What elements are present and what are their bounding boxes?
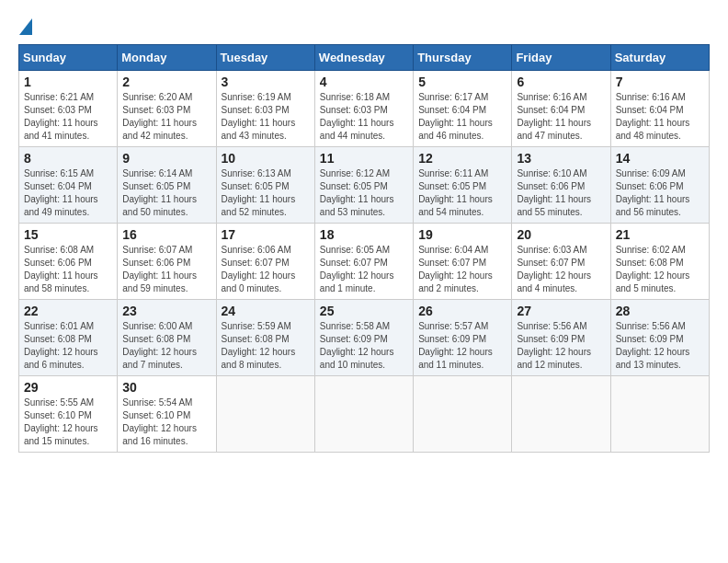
calendar-day-cell: 18Sunrise: 6:05 AM Sunset: 6:07 PM Dayli… [314, 224, 413, 300]
day-number: 11 [320, 151, 408, 166]
day-number: 29 [24, 380, 112, 395]
logo [18, 18, 32, 35]
day-info: Sunrise: 6:02 AM Sunset: 6:08 PM Dayligh… [616, 244, 704, 295]
day-info: Sunrise: 6:13 AM Sunset: 6:05 PM Dayligh… [222, 167, 310, 219]
page-header [18, 18, 710, 35]
day-info: Sunrise: 6:19 AM Sunset: 6:03 PM Dayligh… [222, 91, 310, 143]
calendar-day-cell: 30Sunrise: 5:54 AM Sunset: 6:10 PM Dayli… [118, 376, 216, 453]
day-number: 24 [222, 304, 310, 318]
day-number: 28 [616, 304, 704, 318]
day-info: Sunrise: 6:05 AM Sunset: 6:07 PM Dayligh… [320, 244, 408, 295]
calendar-day-cell: 28Sunrise: 5:56 AM Sunset: 6:09 PM Dayli… [610, 300, 709, 376]
calendar-week-row: 22Sunrise: 6:01 AM Sunset: 6:08 PM Dayli… [19, 300, 710, 376]
calendar-dow-saturday: Saturday [610, 45, 709, 71]
calendar-day-cell: 9Sunrise: 6:14 AM Sunset: 6:05 PM Daylig… [118, 147, 216, 224]
day-info: Sunrise: 6:16 AM Sunset: 6:04 PM Dayligh… [616, 91, 704, 143]
day-info: Sunrise: 5:56 AM Sunset: 6:09 PM Dayligh… [517, 320, 605, 372]
calendar-day-cell: 20Sunrise: 6:03 AM Sunset: 6:07 PM Dayli… [512, 224, 610, 300]
day-number: 16 [122, 227, 210, 242]
day-number: 27 [517, 304, 605, 318]
calendar-day-cell: 22Sunrise: 6:01 AM Sunset: 6:08 PM Dayli… [19, 300, 118, 376]
day-number: 7 [616, 75, 704, 89]
calendar-week-row: 1Sunrise: 6:21 AM Sunset: 6:03 PM Daylig… [19, 71, 710, 147]
day-info: Sunrise: 5:59 AM Sunset: 6:08 PM Dayligh… [222, 320, 310, 372]
logo-triangle-icon [19, 18, 32, 35]
calendar-day-cell: 6Sunrise: 6:16 AM Sunset: 6:04 PM Daylig… [512, 71, 610, 147]
day-info: Sunrise: 6:08 AM Sunset: 6:06 PM Dayligh… [24, 244, 112, 295]
calendar-day-cell: 23Sunrise: 6:00 AM Sunset: 6:08 PM Dayli… [118, 300, 216, 376]
calendar-day-cell: 14Sunrise: 6:09 AM Sunset: 6:06 PM Dayli… [610, 147, 709, 224]
calendar-day-cell: 27Sunrise: 5:56 AM Sunset: 6:09 PM Dayli… [512, 300, 610, 376]
calendar-day-cell [512, 376, 610, 453]
calendar-day-cell: 7Sunrise: 6:16 AM Sunset: 6:04 PM Daylig… [610, 71, 709, 147]
day-number: 6 [517, 75, 605, 89]
calendar-day-cell: 21Sunrise: 6:02 AM Sunset: 6:08 PM Dayli… [610, 224, 709, 300]
calendar-day-cell: 11Sunrise: 6:12 AM Sunset: 6:05 PM Dayli… [314, 147, 413, 224]
day-info: Sunrise: 6:03 AM Sunset: 6:07 PM Dayligh… [517, 244, 605, 295]
day-number: 12 [418, 151, 506, 166]
calendar-day-cell: 5Sunrise: 6:17 AM Sunset: 6:04 PM Daylig… [414, 71, 512, 147]
day-number: 22 [24, 304, 112, 318]
calendar-day-cell: 24Sunrise: 5:59 AM Sunset: 6:08 PM Dayli… [216, 300, 314, 376]
calendar-dow-thursday: Thursday [414, 45, 512, 71]
day-info: Sunrise: 6:20 AM Sunset: 6:03 PM Dayligh… [122, 91, 210, 143]
day-number: 8 [24, 151, 112, 166]
day-number: 19 [418, 227, 506, 242]
day-info: Sunrise: 6:06 AM Sunset: 6:07 PM Dayligh… [222, 244, 310, 295]
day-number: 9 [122, 151, 210, 166]
day-info: Sunrise: 5:55 AM Sunset: 6:10 PM Dayligh… [24, 396, 112, 448]
day-number: 25 [320, 304, 408, 318]
calendar-week-row: 29Sunrise: 5:55 AM Sunset: 6:10 PM Dayli… [19, 376, 710, 453]
day-number: 18 [320, 227, 408, 242]
calendar-day-cell: 10Sunrise: 6:13 AM Sunset: 6:05 PM Dayli… [216, 147, 314, 224]
day-info: Sunrise: 6:00 AM Sunset: 6:08 PM Dayligh… [122, 320, 210, 372]
day-info: Sunrise: 5:58 AM Sunset: 6:09 PM Dayligh… [320, 320, 408, 372]
day-info: Sunrise: 6:07 AM Sunset: 6:06 PM Dayligh… [122, 244, 210, 295]
calendar-day-cell: 12Sunrise: 6:11 AM Sunset: 6:05 PM Dayli… [414, 147, 512, 224]
calendar-table: SundayMondayTuesdayWednesdayThursdayFrid… [18, 44, 710, 453]
calendar-day-cell [216, 376, 314, 453]
day-info: Sunrise: 6:18 AM Sunset: 6:03 PM Dayligh… [320, 91, 408, 143]
day-number: 10 [222, 151, 310, 166]
day-info: Sunrise: 6:12 AM Sunset: 6:05 PM Dayligh… [320, 167, 408, 219]
day-number: 21 [616, 227, 704, 242]
calendar-dow-friday: Friday [512, 45, 610, 71]
calendar-header-row: SundayMondayTuesdayWednesdayThursdayFrid… [19, 45, 710, 71]
day-info: Sunrise: 6:10 AM Sunset: 6:06 PM Dayligh… [517, 167, 605, 219]
calendar-week-row: 8Sunrise: 6:15 AM Sunset: 6:04 PM Daylig… [19, 147, 710, 224]
calendar-day-cell [314, 376, 413, 453]
calendar-day-cell: 16Sunrise: 6:07 AM Sunset: 6:06 PM Dayli… [118, 224, 216, 300]
day-info: Sunrise: 6:16 AM Sunset: 6:04 PM Dayligh… [517, 91, 605, 143]
calendar-week-row: 15Sunrise: 6:08 AM Sunset: 6:06 PM Dayli… [19, 224, 710, 300]
day-info: Sunrise: 5:57 AM Sunset: 6:09 PM Dayligh… [418, 320, 506, 372]
calendar-day-cell: 1Sunrise: 6:21 AM Sunset: 6:03 PM Daylig… [19, 71, 118, 147]
day-number: 14 [616, 151, 704, 166]
day-number: 1 [24, 75, 112, 89]
day-number: 2 [122, 75, 210, 89]
day-info: Sunrise: 6:15 AM Sunset: 6:04 PM Dayligh… [24, 167, 112, 219]
calendar-day-cell: 26Sunrise: 5:57 AM Sunset: 6:09 PM Dayli… [414, 300, 512, 376]
day-number: 20 [517, 227, 605, 242]
day-info: Sunrise: 6:01 AM Sunset: 6:08 PM Dayligh… [24, 320, 112, 372]
day-number: 13 [517, 151, 605, 166]
calendar-day-cell: 17Sunrise: 6:06 AM Sunset: 6:07 PM Dayli… [216, 224, 314, 300]
calendar-dow-sunday: Sunday [19, 45, 118, 71]
day-number: 4 [320, 75, 408, 89]
logo-text-block [18, 18, 32, 35]
calendar-day-cell: 25Sunrise: 5:58 AM Sunset: 6:09 PM Dayli… [314, 300, 413, 376]
calendar-day-cell: 3Sunrise: 6:19 AM Sunset: 6:03 PM Daylig… [216, 71, 314, 147]
day-number: 30 [122, 380, 210, 395]
day-info: Sunrise: 5:54 AM Sunset: 6:10 PM Dayligh… [122, 396, 210, 448]
calendar-dow-tuesday: Tuesday [216, 45, 314, 71]
calendar-day-cell: 19Sunrise: 6:04 AM Sunset: 6:07 PM Dayli… [414, 224, 512, 300]
day-info: Sunrise: 6:11 AM Sunset: 6:05 PM Dayligh… [418, 167, 506, 219]
day-number: 17 [222, 227, 310, 242]
day-info: Sunrise: 6:09 AM Sunset: 6:06 PM Dayligh… [616, 167, 704, 219]
calendar-day-cell: 15Sunrise: 6:08 AM Sunset: 6:06 PM Dayli… [19, 224, 118, 300]
day-info: Sunrise: 6:04 AM Sunset: 6:07 PM Dayligh… [418, 244, 506, 295]
day-number: 3 [222, 75, 310, 89]
day-number: 26 [418, 304, 506, 318]
calendar-dow-wednesday: Wednesday [314, 45, 413, 71]
calendar-day-cell: 13Sunrise: 6:10 AM Sunset: 6:06 PM Dayli… [512, 147, 610, 224]
calendar-day-cell: 2Sunrise: 6:20 AM Sunset: 6:03 PM Daylig… [118, 71, 216, 147]
